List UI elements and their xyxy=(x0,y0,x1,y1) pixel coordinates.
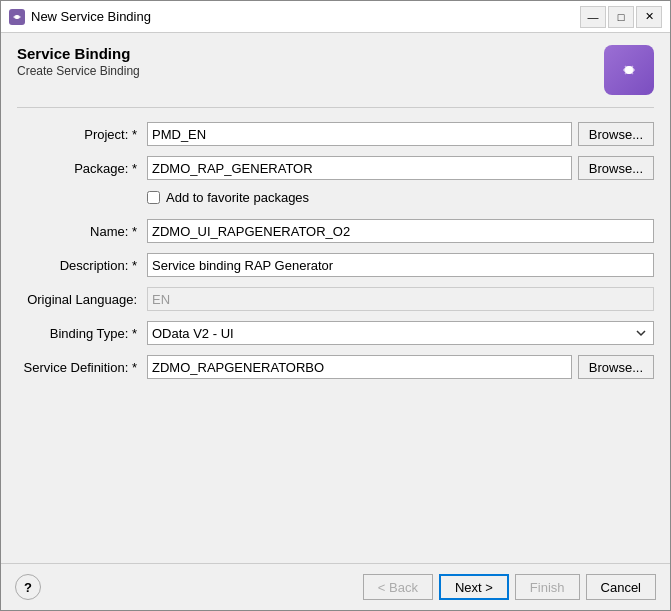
add-to-favorites-checkbox[interactable] xyxy=(147,191,160,204)
name-input[interactable] xyxy=(147,219,654,243)
service-definition-label: Service Definition: xyxy=(17,360,147,375)
service-definition-input[interactable] xyxy=(147,355,572,379)
next-button[interactable]: Next > xyxy=(439,574,509,600)
maximize-button[interactable]: □ xyxy=(608,6,634,28)
name-label: Name: xyxy=(17,224,147,239)
package-input[interactable] xyxy=(147,156,572,180)
binding-type-select[interactable]: OData V2 - UI OData V4 - UI OData V2 - W… xyxy=(147,321,654,345)
footer-buttons: < Back Next > Finish Cancel xyxy=(363,574,656,600)
section-divider xyxy=(17,107,654,108)
package-label: Package: xyxy=(17,161,147,176)
title-bar: New Service Binding — □ ✕ xyxy=(1,1,670,33)
section-title: Service Binding xyxy=(17,45,140,62)
language-label: Original Language: xyxy=(17,292,147,307)
help-button[interactable]: ? xyxy=(15,574,41,600)
header-section: Service Binding Create Service Binding xyxy=(17,45,654,95)
window-title: New Service Binding xyxy=(31,9,574,24)
service-definition-browse-button[interactable]: Browse... xyxy=(578,355,654,379)
language-input xyxy=(147,287,654,311)
main-window: New Service Binding — □ ✕ Service Bindin… xyxy=(0,0,671,611)
add-to-favorites-label: Add to favorite packages xyxy=(166,190,309,205)
language-group: Original Language: xyxy=(17,287,654,311)
header-text: Service Binding Create Service Binding xyxy=(17,45,140,78)
service-definition-group: Service Definition: Browse... xyxy=(17,355,654,379)
name-group: Name: xyxy=(17,219,654,243)
close-button[interactable]: ✕ xyxy=(636,6,662,28)
dialog-footer: ? < Back Next > Finish Cancel xyxy=(1,563,670,610)
description-input[interactable] xyxy=(147,253,654,277)
binding-type-group: Binding Type: OData V2 - UI OData V4 - U… xyxy=(17,321,654,345)
binding-type-label: Binding Type: xyxy=(17,326,147,341)
project-label: Project: xyxy=(17,127,147,142)
project-browse-button[interactable]: Browse... xyxy=(578,122,654,146)
cancel-button[interactable]: Cancel xyxy=(586,574,656,600)
finish-button[interactable]: Finish xyxy=(515,574,580,600)
header-icon xyxy=(604,45,654,95)
footer-left: ? xyxy=(15,574,41,600)
project-input[interactable] xyxy=(147,122,572,146)
minimize-button[interactable]: — xyxy=(580,6,606,28)
section-subtitle: Create Service Binding xyxy=(17,64,140,78)
dialog-content: Service Binding Create Service Binding P… xyxy=(1,33,670,563)
window-controls: — □ ✕ xyxy=(580,6,662,28)
project-group: Project: Browse... xyxy=(17,122,654,146)
package-group: Package: Browse... xyxy=(17,156,654,180)
description-label: Description: xyxy=(17,258,147,273)
back-button[interactable]: < Back xyxy=(363,574,433,600)
svg-point-0 xyxy=(15,15,19,19)
package-browse-button[interactable]: Browse... xyxy=(578,156,654,180)
favorites-group: Add to favorite packages xyxy=(147,190,654,205)
window-icon xyxy=(9,9,25,25)
description-group: Description: xyxy=(17,253,654,277)
